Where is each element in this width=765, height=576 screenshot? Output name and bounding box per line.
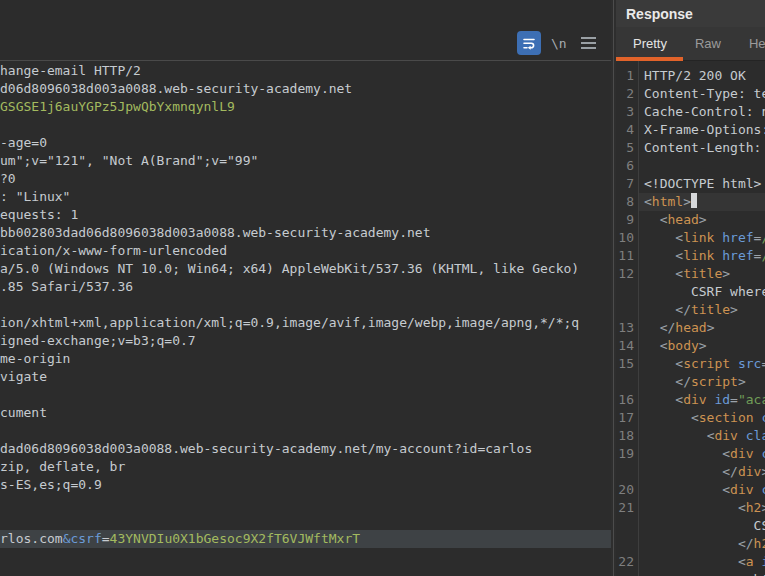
line-number	[616, 373, 638, 391]
response-code-line[interactable]: X-Frame-Options:	[639, 121, 765, 139]
request-line[interactable]: dad06d8096038d003a0088.web-security-acad…	[0, 440, 612, 458]
code-token	[644, 500, 738, 515]
request-line[interactable]: a/5.0 (Windows NT 10.0; Win64; x64) Appl…	[0, 260, 612, 278]
request-line[interactable]	[0, 296, 612, 314]
request-line[interactable]: ?0	[0, 170, 612, 188]
request-line[interactable]: cument	[0, 404, 612, 422]
response-code-line[interactable]: <body>	[639, 337, 765, 355]
response-code-line[interactable]: </h2	[639, 535, 765, 553]
request-line[interactable]: um";v="121", "Not A(Brand";v="99"	[0, 152, 612, 170]
code-token: >	[761, 464, 765, 479]
code-token	[730, 356, 738, 371]
response-code-line[interactable]: Content-Type: te	[639, 85, 765, 103]
request-line[interactable]: zip, deflate, br	[0, 458, 612, 476]
response-code-line[interactable]: HTTP/2 200 OK	[639, 67, 765, 85]
request-line[interactable]	[0, 422, 612, 440]
response-code-line[interactable]: Cache-Control: n	[639, 103, 765, 121]
line-number: 19	[616, 445, 638, 463]
code-token	[644, 554, 738, 569]
code-token: >	[761, 500, 765, 515]
word-wrap-toggle-button[interactable]	[517, 31, 541, 55]
response-code-line[interactable]: <div cla	[639, 427, 765, 445]
line-number: 12	[616, 265, 638, 283]
response-code-line[interactable]: <title>	[639, 265, 765, 283]
request-line[interactable]: bb002803dad06d8096038d003a0088.web-secur…	[0, 224, 612, 242]
code-token: zip, deflate, br	[0, 459, 125, 474]
code-token: >	[707, 320, 715, 335]
response-code-line[interactable]: Content-Length:	[639, 139, 765, 157]
code-token	[644, 356, 675, 371]
code-token: </	[675, 374, 691, 389]
tab-pretty[interactable]: Pretty	[633, 36, 667, 51]
line-number: 7	[616, 175, 638, 193]
tab-raw[interactable]: Raw	[695, 36, 721, 51]
response-code-line[interactable]: </div>	[639, 463, 765, 481]
code-token: head	[675, 320, 706, 335]
code-token: =	[102, 531, 110, 546]
line-number: 17	[616, 409, 638, 427]
request-line[interactable]	[0, 494, 612, 512]
response-code-line[interactable]: CS	[639, 517, 765, 535]
request-line[interactable]: GSGSE1j6auYGPz5JpwQbYxmnqynlL9	[0, 98, 612, 116]
response-code-line[interactable]: <link href=/	[639, 247, 765, 265]
line-number: 6	[616, 157, 638, 175]
code-token: </	[675, 302, 691, 317]
code-token: .85 Safari/537.36	[0, 279, 133, 294]
code-token: me-origin	[0, 351, 70, 366]
response-code-line[interactable]: <html>	[639, 193, 765, 211]
request-line[interactable]: : "Linux"	[0, 188, 612, 206]
response-editor[interactable]: 1HTTP/2 200 OK2Content-Type: te3Cache-Co…	[616, 61, 765, 576]
response-code-line[interactable]: http	[639, 571, 765, 576]
response-code-line[interactable]: <link href=/	[639, 229, 765, 247]
response-code-line[interactable]: <h2>	[639, 499, 765, 517]
newline-display-toggle[interactable]: \n	[551, 36, 567, 51]
request-line[interactable]: .85 Safari/537.36	[0, 278, 612, 296]
request-line[interactable]: d06d8096038d003a0088.web-security-academ…	[0, 80, 612, 98]
code-token: href	[722, 230, 753, 245]
request-editor[interactable]: hange-email HTTP/2d06d8096038d003a0088.w…	[0, 61, 612, 576]
request-line[interactable]	[0, 386, 612, 404]
response-code-line[interactable]: </head>	[639, 319, 765, 337]
request-line[interactable]: equests: 1	[0, 206, 612, 224]
code-token: >	[738, 374, 746, 389]
response-code-line[interactable]: <div c	[639, 481, 765, 499]
word-wrap-icon	[521, 35, 537, 51]
request-line[interactable]: igned-exchange;v=b3;q=0.7	[0, 332, 612, 350]
editor-menu-button[interactable]	[581, 37, 596, 52]
request-line[interactable]: vigate	[0, 368, 612, 386]
response-code-line[interactable]: <section c	[639, 409, 765, 427]
text-caret	[691, 193, 697, 208]
line-number	[616, 571, 638, 576]
code-token: um";v="121", "Not A(Brand";v="99"	[0, 153, 258, 168]
line-number: 11	[616, 247, 638, 265]
response-code-line[interactable]: <script src=	[639, 355, 765, 373]
tab-hex[interactable]: He	[749, 36, 765, 51]
request-line[interactable]: hange-email HTTP/2	[0, 62, 612, 80]
code-token: X-Frame-Options:	[644, 122, 765, 137]
code-token: 43YNVDIu0X1bGesoc9X2fT6VJWftMxrT	[110, 531, 360, 546]
request-line[interactable]	[0, 512, 612, 530]
response-code-line[interactable]: </title>	[639, 301, 765, 319]
request-line[interactable]: -age=0	[0, 134, 612, 152]
request-line[interactable]: ion/xhtml+xml,application/xml;q=0.9,imag…	[0, 314, 612, 332]
line-number: 22	[616, 553, 638, 571]
code-token: Content-Length:	[644, 140, 761, 155]
response-code-line[interactable]: <head>	[639, 211, 765, 229]
response-code-line[interactable]	[639, 157, 765, 175]
request-line[interactable]	[0, 116, 612, 134]
request-line[interactable]: me-origin	[0, 350, 612, 368]
code-token: >	[722, 266, 730, 281]
response-code-line[interactable]: <a i	[639, 553, 765, 571]
code-token: <	[675, 248, 683, 263]
response-code-line[interactable]: <div c	[639, 445, 765, 463]
request-line[interactable]: s-ES,es;q=0.9	[0, 476, 612, 494]
response-code-line[interactable]: <!DOCTYPE html>	[639, 175, 765, 193]
response-code-line[interactable]: CSRF where	[639, 283, 765, 301]
code-token: "aca	[738, 392, 765, 407]
response-code-line[interactable]: <div id="aca	[639, 391, 765, 409]
code-token: <	[722, 446, 730, 461]
code-token: div	[738, 464, 761, 479]
request-line[interactable]: ication/x-www-form-urlencoded	[0, 242, 612, 260]
response-code-line[interactable]: </script>	[639, 373, 765, 391]
request-line-selected[interactable]: rlos.com&csrf=43YNVDIu0X1bGesoc9X2fT6VJW…	[0, 530, 612, 548]
